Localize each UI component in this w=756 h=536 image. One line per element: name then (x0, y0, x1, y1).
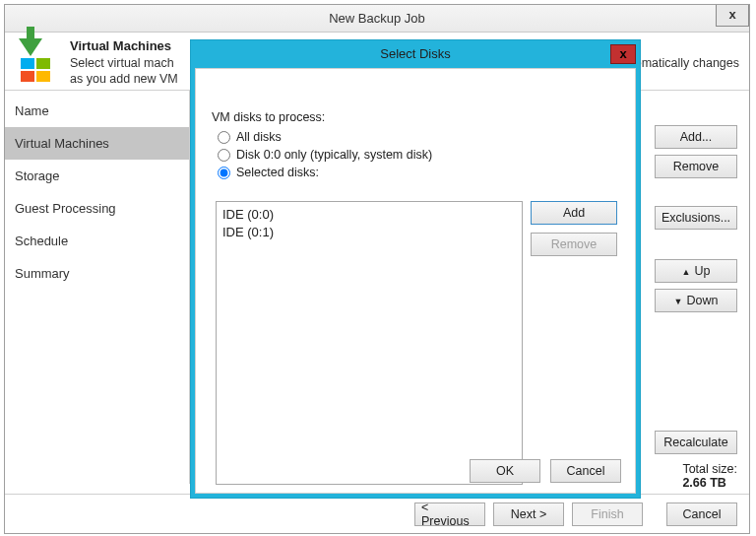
wizard-header: Virtual Machines Select virtual mach as … (5, 33, 749, 90)
vm-list-actions: Add... Remove (655, 125, 737, 178)
page-title: Virtual Machines (70, 38, 178, 53)
header-text: Virtual Machines Select virtual mach as … (70, 38, 178, 88)
recalculate-button[interactable]: Recalculate (655, 431, 737, 454)
order-actions: Up Down (655, 259, 737, 312)
step-virtual-machines[interactable]: Virtual Machines (5, 127, 189, 160)
wizard-close-button[interactable]: x (716, 5, 749, 27)
total-size: Total size: 2.66 TB (682, 462, 737, 490)
step-storage[interactable]: Storage (5, 160, 189, 192)
vm-wizard-icon (15, 40, 60, 86)
exclusions-actions: Exclusions... (655, 206, 737, 230)
next-button[interactable]: Next > (493, 502, 564, 526)
wizard-body: Name Virtual Machines Storage Guest Proc… (5, 90, 749, 484)
page-subtitle-right: omatically changes (635, 38, 739, 70)
move-up-button[interactable]: Up (655, 259, 737, 283)
remove-vm-button[interactable]: Remove (655, 155, 737, 178)
total-size-label: Total size: (682, 462, 737, 476)
cancel-button[interactable]: Cancel (666, 502, 737, 526)
move-down-label: Down (686, 294, 718, 307)
recalc-actions: Recalculate (655, 431, 737, 454)
wizard-window: New Backup Job x Virtual Machines Select… (4, 4, 750, 534)
exclusions-button[interactable]: Exclusions... (655, 206, 737, 230)
wizard-title: New Backup Job (329, 11, 425, 26)
page-subtitle-left: Select virtual mach as you add new VM (70, 55, 178, 88)
total-size-value: 2.66 TB (682, 476, 737, 490)
step-schedule[interactable]: Schedule (5, 225, 189, 257)
step-summary[interactable]: Summary (5, 257, 189, 290)
add-vm-button[interactable]: Add... (655, 125, 737, 149)
step-name[interactable]: Name (5, 95, 189, 127)
finish-button[interactable]: Finish (572, 502, 643, 526)
wizard-steps-sidebar: Name Virtual Machines Storage Guest Proc… (5, 91, 190, 484)
step-guest-processing[interactable]: Guest Processing (5, 192, 189, 225)
wizard-titlebar: New Backup Job x (5, 5, 749, 33)
move-down-button[interactable]: Down (655, 289, 737, 312)
previous-button[interactable]: < Previous (414, 502, 485, 526)
close-icon: x (728, 7, 735, 22)
arrow-down-icon (674, 294, 683, 307)
wizard-footer: < Previous Next > Finish Cancel (5, 494, 749, 533)
move-up-label: Up (694, 264, 710, 278)
arrow-up-icon (682, 264, 691, 278)
